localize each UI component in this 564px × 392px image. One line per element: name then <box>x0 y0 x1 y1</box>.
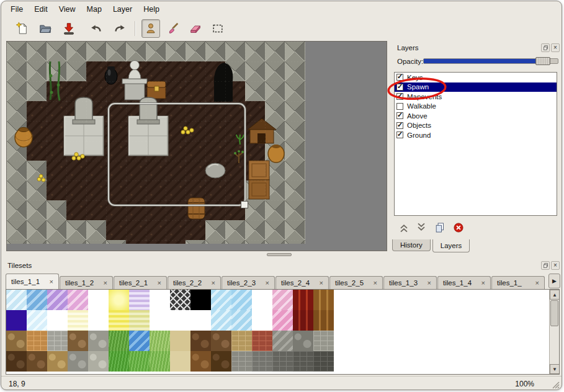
tilesets-panel-float-button[interactable] <box>541 261 550 270</box>
palette-tile-2-13[interactable] <box>272 331 293 351</box>
scroll-up-button[interactable]: ▲ <box>550 290 560 300</box>
eraser-tool-button[interactable] <box>186 19 205 38</box>
tileset-tab-tiles_2_3[interactable]: tiles_2_3× <box>222 276 275 289</box>
layer-visibility-checkbox[interactable]: ✓ <box>396 84 403 91</box>
tileset-tab-tiles_2_4[interactable]: tiles_2_4× <box>275 276 329 289</box>
palette-tile-1-15[interactable] <box>313 310 334 331</box>
palette-tile-1-8[interactable] <box>170 310 190 331</box>
menu-layer[interactable]: Layer <box>107 3 138 16</box>
duplicate-layer-button[interactable] <box>432 220 448 236</box>
palette-tile-0-4[interactable] <box>88 290 109 310</box>
stamp-tool-button[interactable] <box>141 19 160 38</box>
menu-edit[interactable]: Edit <box>29 3 53 16</box>
palette-tile-3-10[interactable] <box>211 351 231 372</box>
dock-tab-history[interactable]: History <box>392 239 431 251</box>
palette-tile-2-12[interactable] <box>252 331 272 351</box>
palette-tile-0-8[interactable] <box>170 290 190 310</box>
palette-tile-0-15[interactable] <box>313 290 334 310</box>
layer-row-mapevents[interactable]: ✓Mapevents <box>395 92 557 102</box>
close-tab-icon[interactable]: × <box>50 278 53 285</box>
layers-panel-float-button[interactable] <box>541 43 550 52</box>
palette-tile-3-3[interactable] <box>68 351 88 372</box>
new-file-button[interactable] <box>12 19 31 38</box>
close-tab-icon[interactable]: × <box>266 279 269 287</box>
palette-tile-2-5[interactable] <box>109 331 129 351</box>
close-tab-icon[interactable]: × <box>212 279 215 287</box>
palette-tile-2-15[interactable] <box>313 331 334 351</box>
palette-tile-0-11[interactable] <box>231 290 252 310</box>
palette-tile-3-0[interactable] <box>6 351 27 372</box>
palette-tile-1-0[interactable] <box>6 310 27 331</box>
palette-tile-0-7[interactable] <box>150 290 170 310</box>
palette-tile-1-5[interactable] <box>109 310 129 331</box>
tileset-tab-tiles_1_1[interactable]: tiles_1_1× <box>6 274 59 289</box>
palette-tile-3-9[interactable] <box>190 351 211 372</box>
palette-tile-2-2[interactable] <box>47 331 68 351</box>
palette-tile-0-1[interactable] <box>27 290 47 310</box>
palette-tile-0-5[interactable] <box>109 290 129 310</box>
palette-tile-0-10[interactable] <box>211 290 231 310</box>
close-tab-icon[interactable]: × <box>158 279 161 287</box>
tilesets-panel-close-button[interactable]: × <box>551 261 560 270</box>
palette-tile-3-7[interactable] <box>150 351 170 372</box>
move-up-button[interactable] <box>396 220 412 236</box>
palette-tile-3-11[interactable] <box>231 351 252 372</box>
palette-tile-0-6[interactable] <box>129 290 150 310</box>
layer-visibility-checkbox[interactable]: ✓ <box>396 131 403 138</box>
palette-tile-1-11[interactable] <box>231 310 252 331</box>
palette-tile-0-3[interactable] <box>68 290 88 310</box>
palette-tile-0-2[interactable] <box>47 290 68 310</box>
palette-tile-2-1[interactable] <box>27 331 47 351</box>
palette-tile-1-4[interactable] <box>88 310 109 331</box>
layer-list[interactable]: ✓Keys✓Spawn✓MapeventsWalkable✓Above✓Obje… <box>394 72 557 216</box>
palette-tile-1-1[interactable] <box>27 310 47 331</box>
palette-tile-2-3[interactable] <box>68 331 88 351</box>
palette-tile-3-5[interactable] <box>109 351 129 372</box>
opacity-slider[interactable] <box>423 56 558 66</box>
close-tab-icon[interactable]: × <box>320 279 323 287</box>
palette-tile-1-2[interactable] <box>47 310 68 331</box>
layer-row-above[interactable]: ✓Above <box>395 111 557 121</box>
palette-tile-0-9[interactable] <box>190 290 211 310</box>
palette-tile-1-14[interactable] <box>293 310 313 331</box>
move-down-button[interactable] <box>413 220 429 236</box>
tileset-tab-tiles_2_2[interactable]: tiles_2_2× <box>168 276 221 289</box>
layer-visibility-checkbox[interactable]: ✓ <box>396 122 403 129</box>
delete-layer-button[interactable] <box>450 220 467 236</box>
palette-tile-0-14[interactable] <box>293 290 313 310</box>
tileset-tab-tiles_1_4[interactable]: tiles_1_4× <box>437 276 491 289</box>
palette-tile-0-0[interactable] <box>6 290 27 310</box>
tileset-tab-tiles_2_5[interactable]: tiles_2_5× <box>329 276 383 289</box>
open-folder-button[interactable] <box>36 19 55 38</box>
close-tab-icon[interactable]: × <box>481 279 485 287</box>
select-tool-button[interactable] <box>208 19 227 38</box>
palette-tile-2-9[interactable] <box>190 331 211 351</box>
palette-tile-2-4[interactable] <box>88 331 109 351</box>
layers-panel-close-button[interactable]: × <box>551 43 560 52</box>
layer-row-walkable[interactable]: Walkable <box>395 102 557 112</box>
tileset-tab-tiles_1_3[interactable]: tiles_1_3× <box>383 276 437 289</box>
palette-tile-2-14[interactable] <box>293 331 313 351</box>
scroll-down-button[interactable]: ▼ <box>550 364 560 374</box>
layer-visibility-checkbox[interactable] <box>396 103 403 110</box>
palette-tile-3-15[interactable] <box>313 351 334 372</box>
palette-tile-2-0[interactable] <box>6 331 27 351</box>
opacity-slider-handle[interactable] <box>535 57 550 65</box>
palette-tile-0-13[interactable] <box>272 290 293 310</box>
undo-button[interactable] <box>87 19 105 38</box>
map-canvas[interactable] <box>7 42 305 244</box>
tileset-tab-tiles_1_2[interactable]: tiles_1_2× <box>60 276 113 289</box>
palette-tile-1-13[interactable] <box>272 310 293 331</box>
palette-tile-1-6[interactable] <box>129 310 150 331</box>
layer-visibility-checkbox[interactable]: ✓ <box>396 93 403 100</box>
close-tab-icon[interactable]: × <box>104 279 107 287</box>
palette-tile-1-9[interactable] <box>190 310 211 331</box>
palette-tile-3-2[interactable] <box>47 351 68 372</box>
layer-row-spawn[interactable]: ✓Spawn <box>395 82 557 92</box>
palette-tile-2-7[interactable] <box>150 331 170 351</box>
palette-tile-3-14[interactable] <box>293 351 313 372</box>
map-horizontal-scrollbar[interactable] <box>6 253 387 257</box>
palette-tile-3-8[interactable] <box>170 351 190 372</box>
close-tab-icon[interactable]: × <box>427 279 431 287</box>
save-button[interactable] <box>60 19 78 38</box>
